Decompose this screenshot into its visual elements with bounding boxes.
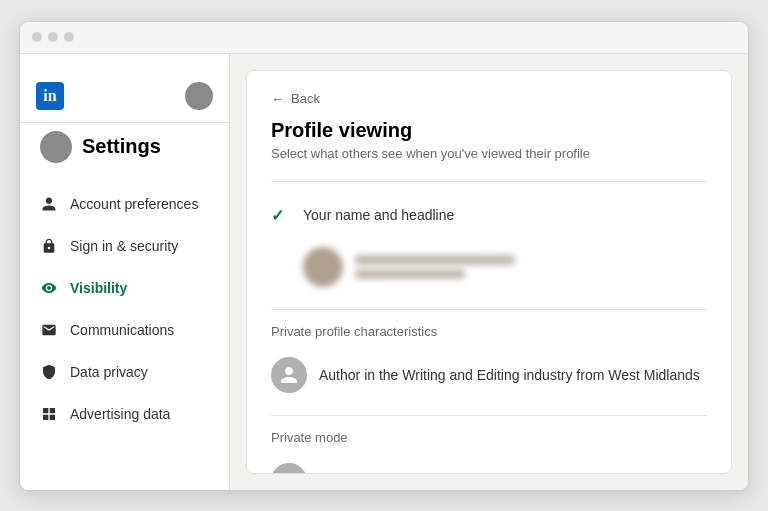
profile-avatar-blurred bbox=[303, 247, 343, 287]
browser-dot-3 bbox=[64, 32, 74, 42]
divider-3 bbox=[271, 415, 707, 416]
option-label-name-headline: Your name and headline bbox=[303, 207, 454, 223]
blur-line-title bbox=[355, 269, 465, 279]
lock-icon bbox=[40, 237, 58, 255]
sidebar-item-label-communications: Communications bbox=[70, 322, 174, 338]
sidebar-item-advertising-data[interactable]: Advertising data bbox=[20, 393, 229, 435]
option-private-mode[interactable]: You will be in complete private mode bbox=[271, 455, 707, 474]
browser-dot-1 bbox=[32, 32, 42, 42]
page-subtitle: Select what others see when you've viewe… bbox=[271, 146, 707, 161]
sidebar: in Settings Account preferences bbox=[20, 54, 230, 490]
option-private-characteristics[interactable]: Author in the Writing and Editing indust… bbox=[271, 349, 707, 401]
checkmark-icon: ✓ bbox=[271, 206, 291, 225]
browser-chrome bbox=[20, 22, 748, 54]
grid-icon bbox=[40, 405, 58, 423]
top-bar-right bbox=[185, 82, 213, 110]
sidebar-item-label-account-preferences: Account preferences bbox=[70, 196, 198, 212]
main-content: ← Back Profile viewing Select what other… bbox=[230, 54, 748, 490]
option-name-headline[interactable]: ✓ Your name and headline bbox=[271, 196, 707, 235]
browser-content: in Settings Account preferences bbox=[20, 54, 748, 490]
blur-line-name bbox=[355, 255, 515, 265]
browser-window: in Settings Account preferences bbox=[19, 21, 749, 491]
shield-icon bbox=[40, 363, 58, 381]
envelope-icon bbox=[40, 321, 58, 339]
settings-avatar bbox=[40, 131, 72, 163]
sidebar-item-data-privacy[interactable]: Data privacy bbox=[20, 351, 229, 393]
eye-icon bbox=[40, 279, 58, 297]
private-mode-text: You will be in complete private mode bbox=[319, 473, 546, 474]
browser-dot-2 bbox=[48, 32, 58, 42]
back-label: Back bbox=[291, 91, 320, 106]
linkedin-logo: in bbox=[36, 82, 64, 110]
private-mode-icon bbox=[271, 463, 307, 474]
sidebar-item-label-data-privacy: Data privacy bbox=[70, 364, 148, 380]
page-title: Profile viewing bbox=[271, 119, 707, 142]
linkedin-logo-letter: in bbox=[43, 87, 56, 105]
sidebar-item-label-visibility: Visibility bbox=[70, 280, 127, 296]
back-arrow-icon: ← bbox=[271, 91, 285, 107]
private-characteristics-text: Author in the Writing and Editing indust… bbox=[319, 367, 700, 383]
settings-title: Settings bbox=[82, 135, 161, 158]
private-characteristics-icon bbox=[271, 357, 307, 393]
sidebar-item-account-preferences[interactable]: Account preferences bbox=[20, 183, 229, 225]
section-label-private-characteristics: Private profile characteristics bbox=[271, 324, 707, 339]
divider-1 bbox=[271, 181, 707, 182]
top-avatar bbox=[185, 82, 213, 110]
sidebar-nav: Account preferences Sign in & security V… bbox=[20, 183, 229, 435]
back-link[interactable]: ← Back bbox=[271, 91, 707, 107]
settings-header: Settings bbox=[20, 123, 229, 183]
person-icon bbox=[40, 195, 58, 213]
sidebar-item-label-advertising-data: Advertising data bbox=[70, 406, 170, 422]
selected-profile-row bbox=[271, 239, 707, 295]
content-card: ← Back Profile viewing Select what other… bbox=[246, 70, 732, 474]
profile-info-blurred bbox=[355, 255, 515, 279]
sidebar-item-sign-security[interactable]: Sign in & security bbox=[20, 225, 229, 267]
sidebar-item-communications[interactable]: Communications bbox=[20, 309, 229, 351]
sidebar-top-bar: in bbox=[20, 70, 229, 123]
sidebar-item-label-sign-security: Sign in & security bbox=[70, 238, 178, 254]
section-label-private-mode: Private mode bbox=[271, 430, 707, 445]
sidebar-item-visibility[interactable]: Visibility bbox=[20, 267, 229, 309]
divider-2 bbox=[271, 309, 707, 310]
